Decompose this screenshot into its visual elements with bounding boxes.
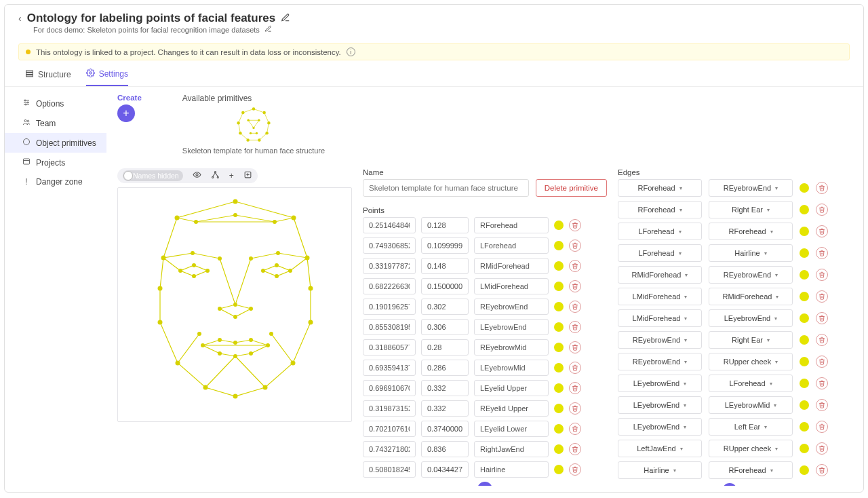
export-icon[interactable]: [243, 170, 252, 181]
delete-edge-button[interactable]: [816, 377, 828, 389]
edge-from-select[interactable]: RForehead▾: [618, 201, 702, 218]
delete-edge-button[interactable]: [816, 399, 828, 411]
edge-to-select[interactable]: RMidForehead▾: [709, 288, 793, 305]
point-x-input[interactable]: [363, 339, 416, 356]
edge-color-swatch[interactable]: [800, 292, 809, 301]
delete-point-button[interactable]: [569, 321, 581, 333]
point-x-input[interactable]: [363, 319, 416, 335]
point-name-input[interactable]: [474, 319, 549, 335]
edge-to-select[interactable]: Left Ear▾: [709, 418, 793, 436]
edge-from-select[interactable]: RMidForehead▾: [618, 266, 702, 284]
sidebar-item-projects[interactable]: Projects: [5, 153, 106, 172]
point-name-input[interactable]: [474, 380, 549, 396]
add-edge-button[interactable]: +: [722, 483, 737, 486]
point-color-swatch[interactable]: [554, 302, 564, 311]
delete-point-button[interactable]: [569, 240, 581, 252]
edge-color-swatch[interactable]: [800, 205, 809, 214]
edge-from-select[interactable]: RForehead▾: [618, 179, 702, 197]
point-y-input[interactable]: [421, 441, 469, 457]
point-name-input[interactable]: [474, 278, 549, 294]
point-name-input[interactable]: [474, 400, 549, 417]
delete-point-button[interactable]: [569, 402, 581, 415]
edge-color-swatch[interactable]: [800, 313, 809, 323]
sidebar-item-team[interactable]: Team: [5, 113, 106, 133]
back-button[interactable]: ‹: [18, 13, 22, 24]
delete-point-button[interactable]: [569, 362, 581, 374]
create-button[interactable]: +: [117, 104, 135, 122]
point-name-input[interactable]: [474, 339, 549, 356]
point-name-input[interactable]: [474, 441, 549, 457]
edge-to-select[interactable]: REyebrowEnd▾: [709, 266, 793, 284]
delete-edge-button[interactable]: [816, 204, 828, 216]
point-name-input[interactable]: [474, 258, 549, 274]
edge-to-select[interactable]: RForehead▾: [709, 461, 793, 479]
delete-point-button[interactable]: [569, 423, 581, 435]
edge-from-select[interactable]: LForehead▾: [618, 244, 702, 262]
edge-color-swatch[interactable]: [800, 465, 809, 475]
tab-settings[interactable]: Settings: [86, 69, 128, 86]
edge-to-select[interactable]: Hairline▾: [709, 244, 793, 262]
edge-from-select[interactable]: LMidForehead▾: [618, 288, 702, 305]
edge-color-swatch[interactable]: [800, 444, 809, 453]
delete-edge-button[interactable]: [816, 312, 828, 324]
delete-edge-button[interactable]: [816, 334, 828, 346]
edge-color-swatch[interactable]: [800, 248, 809, 258]
edge-color-swatch[interactable]: [800, 400, 809, 410]
edge-to-select[interactable]: RUpper cheek▾: [709, 353, 793, 370]
point-color-swatch[interactable]: [554, 343, 564, 352]
point-y-input[interactable]: [421, 400, 469, 417]
point-color-swatch[interactable]: [554, 322, 564, 332]
point-y-input[interactable]: [421, 278, 469, 294]
delete-point-button[interactable]: [569, 443, 581, 455]
point-color-swatch[interactable]: [554, 261, 564, 271]
delete-edge-button[interactable]: [816, 225, 828, 237]
point-name-input[interactable]: [474, 299, 549, 315]
point-x-input[interactable]: [363, 237, 416, 254]
add-point-icon[interactable]: +: [229, 171, 234, 180]
delete-point-button[interactable]: [569, 301, 581, 313]
delete-point-button[interactable]: [569, 463, 581, 476]
delete-edge-button[interactable]: [816, 356, 828, 368]
point-name-input[interactable]: [474, 461, 549, 478]
point-name-input[interactable]: [474, 421, 549, 437]
delete-edge-button[interactable]: [816, 247, 828, 259]
delete-primitive-button[interactable]: Delete primitive: [536, 179, 607, 197]
edge-to-select[interactable]: LEyebrowEnd▾: [709, 309, 793, 327]
info-icon[interactable]: i: [347, 47, 355, 56]
edge-from-select[interactable]: Hairline▾: [618, 461, 702, 479]
delete-edge-button[interactable]: [816, 421, 828, 433]
names-hidden-toggle[interactable]: Names hidden: [123, 170, 183, 181]
delete-edge-button[interactable]: [816, 290, 828, 303]
point-name-input[interactable]: [474, 360, 549, 376]
point-x-input[interactable]: [363, 360, 416, 376]
edge-from-select[interactable]: LEyebrowEnd▾: [618, 375, 702, 392]
point-y-input[interactable]: [421, 217, 469, 233]
edge-to-select[interactable]: RForehead▾: [709, 223, 793, 240]
delete-point-button[interactable]: [569, 219, 581, 231]
sidebar-item-object-primitives[interactable]: Object primitives: [5, 133, 106, 153]
edge-from-select[interactable]: LeftJawEnd▾: [618, 440, 702, 457]
point-color-swatch[interactable]: [554, 363, 564, 372]
visibility-icon[interactable]: [193, 170, 201, 181]
point-y-input[interactable]: [421, 237, 469, 254]
point-y-input[interactable]: [421, 380, 469, 396]
point-name-input[interactable]: [474, 217, 549, 233]
edit-subtitle-icon[interactable]: [264, 26, 272, 34]
point-color-swatch[interactable]: [554, 383, 564, 393]
point-x-input[interactable]: [363, 461, 416, 478]
primitive-name-input[interactable]: [363, 179, 529, 197]
delete-point-button[interactable]: [569, 382, 581, 394]
point-x-input[interactable]: [363, 441, 416, 457]
delete-point-button[interactable]: [569, 280, 581, 292]
edge-from-select[interactable]: LEyebrowEnd▾: [618, 418, 702, 436]
delete-edge-button[interactable]: [816, 182, 828, 194]
point-color-swatch[interactable]: [554, 221, 564, 230]
point-y-input[interactable]: [421, 461, 469, 478]
edge-to-select[interactable]: REyebrowEnd▾: [709, 179, 793, 197]
point-x-input[interactable]: [363, 299, 416, 315]
skeleton-tree-icon[interactable]: [211, 170, 220, 181]
point-x-input[interactable]: [363, 421, 416, 437]
edge-color-swatch[interactable]: [800, 335, 809, 345]
edge-to-select[interactable]: Right Ear▾: [709, 201, 793, 218]
add-point-button[interactable]: +: [477, 482, 492, 486]
